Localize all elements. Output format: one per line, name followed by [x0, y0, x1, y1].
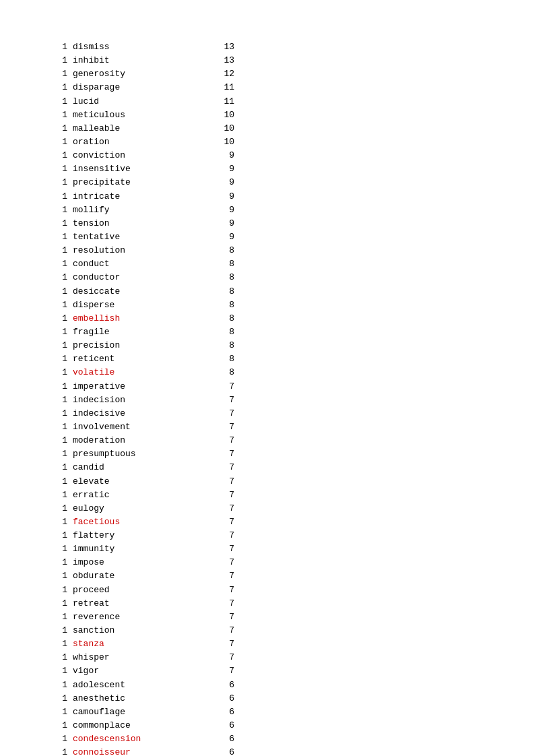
item-count: 13	[207, 40, 234, 54]
item-number: 1	[54, 108, 67, 122]
item-count: 8	[207, 339, 234, 352]
item-count: 8	[207, 325, 234, 339]
list-item: 1connoisseur6	[54, 746, 480, 756]
list-item: 1reticent8	[54, 352, 480, 366]
item-count: 6	[207, 746, 234, 756]
item-number: 1	[54, 298, 67, 312]
list-item: 1precipitate9	[54, 176, 480, 189]
item-number: 1	[54, 692, 67, 705]
item-count: 6	[207, 732, 234, 746]
item-count: 7	[207, 584, 234, 597]
list-item: 1flattery7	[54, 529, 480, 542]
list-item: 1anesthetic6	[54, 692, 480, 705]
item-count: 8	[207, 312, 234, 325]
item-word: insensitive	[73, 162, 207, 176]
list-item: 1mollify9	[54, 203, 480, 217]
item-number: 1	[54, 434, 67, 447]
item-count: 7	[207, 664, 234, 678]
list-item: 1disperse8	[54, 298, 480, 312]
list-item: 1oration10	[54, 135, 480, 149]
item-word: impose	[73, 556, 207, 569]
list-item: 1indecisive7	[54, 407, 480, 420]
item-number: 1	[54, 81, 67, 94]
item-count: 11	[207, 95, 234, 108]
item-number: 1	[54, 339, 67, 352]
item-number: 1	[54, 366, 67, 379]
item-number: 1	[54, 489, 67, 502]
item-number: 1	[54, 475, 67, 489]
list-item: 1sanction7	[54, 624, 480, 637]
item-word: mollify	[73, 203, 207, 217]
item-count: 7	[207, 420, 234, 434]
item-number: 1	[54, 515, 67, 529]
list-item: 1involvement7	[54, 420, 480, 434]
item-count: 7	[207, 489, 234, 502]
list-item: 1resolution8	[54, 244, 480, 257]
list-item: 1tentative9	[54, 230, 480, 244]
item-word: presumptuous	[73, 447, 207, 461]
list-item: 1insensitive9	[54, 162, 480, 176]
list-item: 1conductor8	[54, 271, 480, 284]
item-word: precision	[73, 339, 207, 352]
item-word: indecision	[73, 393, 207, 407]
item-count: 10	[207, 122, 234, 135]
item-word: conductor	[73, 271, 207, 284]
list-item: 1embellish8	[54, 312, 480, 325]
item-count: 7	[207, 407, 234, 420]
item-word: imperative	[73, 380, 207, 393]
item-count: 7	[207, 569, 234, 583]
item-number: 1	[54, 732, 67, 746]
list-item: 1commonplace6	[54, 719, 480, 732]
item-word: inhibit	[73, 54, 207, 67]
item-count: 7	[207, 651, 234, 664]
item-count: 6	[207, 705, 234, 719]
item-word: lucid	[73, 95, 207, 108]
item-count: 9	[207, 190, 234, 203]
list-item: 1disparage11	[54, 81, 480, 94]
item-count: 10	[207, 135, 234, 149]
item-word: connoisseur	[73, 746, 207, 756]
item-number: 1	[54, 122, 67, 135]
item-number: 1	[54, 461, 67, 474]
item-number: 1	[54, 244, 67, 257]
item-word: disparage	[73, 81, 207, 94]
item-count: 8	[207, 366, 234, 379]
item-count: 6	[207, 719, 234, 732]
item-number: 1	[54, 664, 67, 678]
list-item: 1lucid11	[54, 95, 480, 108]
list-item: 1impose7	[54, 556, 480, 569]
item-count: 9	[207, 203, 234, 217]
item-count: 7	[207, 515, 234, 529]
list-item: 1fragile8	[54, 325, 480, 339]
item-word: meticulous	[73, 108, 207, 122]
item-word: intricate	[73, 190, 207, 203]
item-word: disperse	[73, 298, 207, 312]
item-word: immunity	[73, 542, 207, 556]
item-number: 1	[54, 162, 67, 176]
item-count: 9	[207, 162, 234, 176]
item-number: 1	[54, 637, 67, 651]
item-number: 1	[54, 271, 67, 284]
item-number: 1	[54, 584, 67, 597]
item-count: 7	[207, 610, 234, 624]
item-word: dismiss	[73, 40, 207, 54]
item-number: 1	[54, 610, 67, 624]
item-number: 1	[54, 190, 67, 203]
item-count: 9	[207, 217, 234, 230]
item-word: candid	[73, 461, 207, 474]
item-word: embellish	[73, 312, 207, 325]
item-count: 8	[207, 271, 234, 284]
item-count: 7	[207, 447, 234, 461]
item-word: whisper	[73, 651, 207, 664]
item-word: condescension	[73, 732, 207, 746]
item-number: 1	[54, 135, 67, 149]
item-count: 7	[207, 393, 234, 407]
item-word: indecisive	[73, 407, 207, 420]
list-item: 1candid7	[54, 461, 480, 474]
item-number: 1	[54, 542, 67, 556]
item-word: reverence	[73, 610, 207, 624]
item-word: tentative	[73, 230, 207, 244]
item-number: 1	[54, 624, 67, 637]
item-word: generosity	[73, 67, 207, 81]
item-word: adolescent	[73, 679, 207, 692]
